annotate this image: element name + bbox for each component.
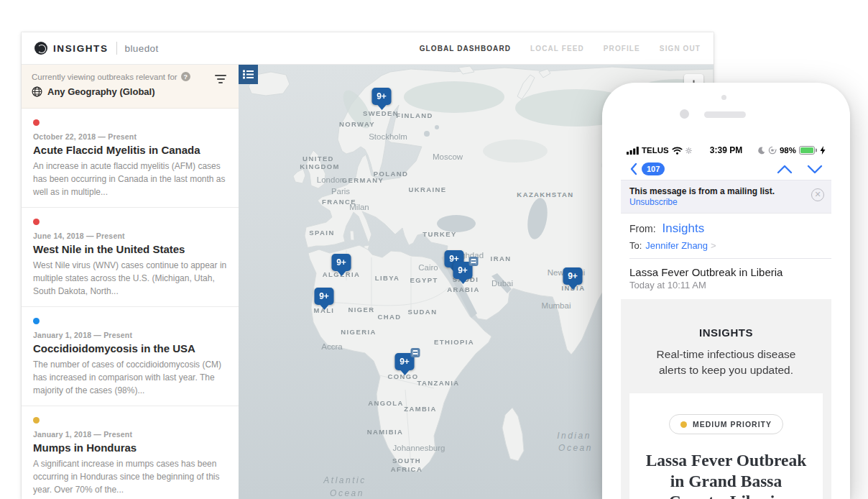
from-row: From: Insights [621,214,831,236]
outbreak-item[interactable]: June 14, 2018 — Present West Nile in the… [22,208,239,307]
outbreak-description: An increase in acute flaccid myelitis (A… [33,160,227,198]
email-alert-card: MEDIUM PRIORITY Lassa Fever Outbreak in … [629,393,823,499]
priority-label: MEDIUM PRIORITY [693,420,772,429]
alert-headline: Lassa Fever Outbreak in Grand Bassa Coun… [640,450,813,499]
geography-value: Any Geography (Global) [47,86,155,97]
banner-close-icon[interactable]: ✕ [811,188,824,201]
filter-icon[interactable] [214,75,227,83]
outbreak-item[interactable]: January 1, 2018 — Present Mumps in Hondu… [22,406,239,499]
marker-report-badge-icon [469,257,479,266]
filter-caption-row: Currently viewing outbreaks relevant for… [32,72,228,81]
outbreak-date: January 1, 2018 — Present [33,430,227,439]
severity-dot [33,417,40,424]
outbreak-title: Mumps in Honduras [33,441,227,454]
outbreak-description: West Nile virus (WNV) cases continue to … [33,259,227,298]
outbreak-date: October 22, 2018 — Present [33,132,227,141]
next-message-chevron-icon[interactable] [807,165,823,174]
phone-screen: TELUS 3:39 PM [621,141,831,499]
back-chevron-icon[interactable] [629,162,637,175]
phone-mockup: TELUS 3:39 PM [602,83,850,499]
wifi-icon [672,147,683,155]
email-app-name: INSIGHTS [621,326,831,339]
filter-caption: Currently viewing outbreaks relevant for [32,73,177,81]
nav-global-dashboard[interactable]: GLOBAL DASHBOARD [420,45,511,52]
phone-camera [680,109,689,119]
orientation-lock-icon [768,146,777,155]
network-activity-icon [685,147,692,154]
map-list-toggle-button[interactable] [239,65,258,84]
brand-divider [116,42,117,55]
marker-report-badge-icon [411,348,420,357]
mailing-list-banner: This message is from a mailing list. Uns… [621,180,831,214]
nav-profile[interactable]: PROFILE [604,45,640,52]
to-chevron-icon: > [711,240,716,251]
map-cluster-marker[interactable]: 9+ [563,267,583,285]
mailing-list-text: This message is from a mailing list. [629,186,807,196]
to-row: To: Jennifer Zhang > [621,236,831,258]
outbreak-description: The number of cases of coccidioidomycosi… [33,358,227,397]
severity-dot [33,318,40,324]
battery-icon [799,146,817,155]
battery-percentage: 98% [780,146,796,155]
map-cluster-marker[interactable]: 9+ [372,88,392,105]
outbreak-title: Coccidioidomycosis in the USA [33,342,227,354]
geography-filter-panel: Currently viewing outbreaks relevant for… [22,65,239,109]
unread-count-badge[interactable]: 107 [642,162,665,175]
priority-badge: MEDIUM PRIORITY [669,414,783,434]
outbreak-sidebar: Currently viewing outbreaks relevant for… [22,65,239,499]
map-cluster-marker[interactable]: 9+ [315,288,334,305]
top-nav: GLOBAL DASHBOARD LOCAL FEED PROFILE SIGN… [420,45,701,52]
to-label: To: [629,240,642,251]
email-tagline: Real-time infectious disease alerts to k… [647,347,805,378]
map-cluster-marker[interactable]: 9+ [395,353,415,370]
bluedot-logo-icon [34,42,47,55]
unsubscribe-link[interactable]: Unsubscribe [629,197,807,207]
map-cluster-marker[interactable]: 9+ [453,262,473,279]
do-not-disturb-moon-icon [757,147,765,155]
outbreak-title: Acute Flaccid Myelitis in Canada [33,144,227,156]
priority-dot [680,421,687,428]
previous-message-chevron-icon[interactable] [777,165,793,174]
outbreak-title: West Nile in the United States [33,243,227,255]
brand-title: INSIGHTS [53,43,108,54]
received-timestamp: Today at 10:11 AM [621,280,831,299]
charging-bolt-icon [820,146,826,155]
outbreak-item[interactable]: January 1, 2018 — Present Coccidioidomyc… [22,307,239,406]
mail-toolbar: 107 [621,158,831,180]
from-sender-link[interactable]: Insights [662,221,705,236]
list-icon [243,70,254,79]
map-cluster-marker[interactable]: 9+ [332,254,351,271]
clock: 3:39 PM [710,145,742,155]
geography-selector[interactable]: Any Geography (Global) [32,86,228,97]
severity-dot [33,119,40,126]
nav-local-feed[interactable]: LOCAL FEED [530,45,584,52]
outbreak-date: June 14, 2018 — Present [33,232,227,240]
carrier-label: TELUS [642,146,669,155]
from-label: From: [629,223,656,234]
help-icon[interactable]: ? [181,72,190,81]
subject-line: Lassa Fever Outbreak in Liberia [621,259,831,280]
nav-sign-out[interactable]: SIGN OUT [660,45,701,52]
globe-icon [32,86,42,97]
email-body: INSIGHTS Real-time infectious disease al… [621,299,831,499]
phone-speaker [704,111,746,118]
status-bar: TELUS 3:39 PM [621,141,831,158]
severity-dot [33,219,40,225]
cell-signal-icon [627,147,639,155]
brand-subtitle: bluedot [125,43,159,54]
outbreak-date: January 1, 2018 — Present [33,331,227,339]
outbreak-description: A significant increase in mumps cases ha… [33,457,227,496]
outbreak-item[interactable]: October 22, 2018 — Present Acute Flaccid… [22,109,239,208]
dashboard-header: INSIGHTS bluedot GLOBAL DASHBOARD LOCAL … [22,32,714,65]
to-recipient-link[interactable]: Jennifer Zhang [645,240,708,251]
page: INSIGHTS bluedot GLOBAL DASHBOARD LOCAL … [0,0,868,499]
phone-sensor [721,95,726,100]
